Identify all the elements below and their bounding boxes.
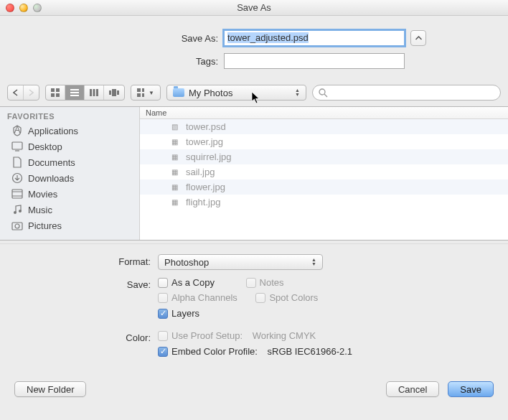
color-options-label: Color: [14, 330, 151, 343]
tags-label: Tags: [82, 56, 218, 67]
embed-color-profile-checkbox[interactable]: ✓Embed Color Profile: sRGB IEC61966-2.1 [158, 346, 352, 357]
save-options-label: Save: [14, 277, 151, 290]
sidebar-item-movies[interactable]: Movies [0, 186, 139, 202]
svg-point-17 [319, 89, 325, 95]
sidebar-item-music[interactable]: Music [0, 202, 139, 218]
arrange-icon [137, 88, 144, 97]
documents-icon [11, 157, 23, 168]
svg-rect-3 [56, 93, 60, 97]
svg-rect-10 [109, 90, 111, 95]
svg-rect-14 [142, 88, 144, 92]
grid-icon [51, 88, 60, 97]
jpg-file-icon: ▦ [169, 152, 180, 162]
file-row[interactable]: ▦squirrel.jpg [140, 149, 508, 164]
view-mode-buttons [45, 85, 125, 101]
sidebar-header-favorites: FAVORITES [0, 110, 139, 123]
svg-rect-12 [117, 90, 119, 95]
new-folder-button[interactable]: New Folder [14, 381, 86, 397]
svg-point-27 [19, 210, 22, 213]
layers-checkbox[interactable]: ✓Layers [158, 308, 199, 319]
svg-point-26 [14, 211, 17, 214]
svg-line-18 [324, 94, 327, 97]
svg-text:A: A [14, 125, 21, 135]
folder-select[interactable]: My Photos ▲▼ [166, 85, 306, 101]
svg-rect-20 [12, 142, 22, 149]
as-copy-checkbox[interactable]: As a Copy [158, 277, 215, 288]
expand-collapse-button[interactable] [410, 30, 426, 46]
jpg-file-icon: ▦ [169, 182, 180, 192]
jpg-file-icon: ▦ [169, 137, 180, 147]
svg-rect-7 [90, 89, 92, 96]
file-row[interactable]: ▦sail.jpg [140, 164, 508, 179]
svg-rect-13 [137, 88, 141, 92]
column-header-name[interactable]: Name [140, 107, 508, 119]
desktop-icon [11, 141, 23, 152]
svg-rect-2 [51, 93, 55, 97]
save-as-label: Save As: [82, 33, 218, 44]
file-list: Name ▧tower.psd ▦tower.jpg ▦squirrel.jpg… [140, 107, 508, 240]
downloads-icon [11, 172, 23, 184]
chevron-up-icon [415, 36, 422, 40]
svg-rect-11 [112, 89, 116, 96]
updown-arrows-icon: ▲▼ [311, 258, 316, 266]
search-field[interactable] [312, 85, 501, 101]
window-title: Save As [0, 2, 508, 13]
alpha-channels-checkbox: Alpha Channels [158, 292, 237, 303]
svg-rect-5 [70, 92, 79, 93]
svg-rect-16 [142, 93, 144, 97]
columns-icon [90, 89, 98, 96]
movies-icon [11, 188, 23, 200]
notes-checkbox: Notes [246, 277, 284, 288]
chevron-left-icon [13, 89, 18, 96]
file-row[interactable]: ▦tower.jpg [140, 134, 508, 149]
jpg-file-icon: ▦ [169, 167, 180, 177]
format-label: Format: [14, 254, 151, 267]
chevron-right-icon [29, 89, 34, 96]
sidebar-item-downloads[interactable]: Downloads [0, 170, 139, 186]
coverflow-icon [109, 89, 119, 96]
updown-arrows-icon: ▲▼ [295, 88, 300, 97]
svg-rect-8 [93, 89, 95, 96]
back-forward-buttons [7, 85, 39, 101]
icon-view-button[interactable] [46, 85, 65, 100]
column-view-button[interactable] [85, 85, 104, 100]
app-icon: A [11, 125, 23, 136]
tags-input[interactable] [224, 53, 405, 69]
jpg-file-icon: ▦ [169, 197, 180, 207]
title-bar: Save As [0, 0, 508, 16]
file-row[interactable]: ▦flower.jpg [140, 179, 508, 195]
sidebar: FAVORITES AApplications Desktop Document… [0, 107, 140, 240]
svg-rect-0 [51, 88, 55, 92]
cancel-button[interactable]: Cancel [386, 381, 439, 397]
sidebar-item-documents[interactable]: Documents [0, 154, 139, 170]
svg-rect-23 [12, 190, 22, 198]
psd-file-icon: ▧ [169, 122, 180, 132]
save-as-input[interactable]: tower_adjusted.psd [224, 30, 405, 46]
svg-point-29 [15, 224, 19, 228]
save-button[interactable]: Save [448, 381, 494, 397]
list-view-button[interactable] [65, 85, 85, 100]
svg-rect-9 [96, 89, 98, 96]
spot-colors-checkbox: Spot Colors [255, 292, 318, 303]
svg-rect-1 [56, 88, 60, 92]
search-icon [319, 88, 328, 98]
svg-rect-15 [137, 93, 141, 97]
coverflow-view-button[interactable] [104, 85, 124, 100]
sidebar-item-desktop[interactable]: Desktop [0, 139, 139, 154]
folder-name: My Photos [189, 88, 232, 98]
arrange-menu[interactable]: ▼ [131, 85, 161, 101]
sidebar-item-pictures[interactable]: Pictures [0, 218, 139, 233]
format-select[interactable]: Photoshop ▲▼ [158, 254, 323, 270]
svg-rect-4 [70, 89, 79, 90]
list-icon [70, 89, 79, 96]
forward-button[interactable] [24, 85, 39, 100]
sidebar-item-applications[interactable]: AApplications [0, 123, 139, 139]
file-row[interactable]: ▦flight.jpg [140, 195, 508, 210]
use-proof-setup-checkbox: Use Proof Setup: Working CMYK [158, 330, 316, 341]
file-row[interactable]: ▧tower.psd [140, 119, 508, 134]
svg-rect-6 [70, 95, 79, 96]
toolbar: ▼ My Photos ▲▼ [0, 82, 508, 107]
music-icon [11, 204, 23, 215]
folder-icon [173, 88, 184, 97]
back-button[interactable] [8, 85, 24, 100]
